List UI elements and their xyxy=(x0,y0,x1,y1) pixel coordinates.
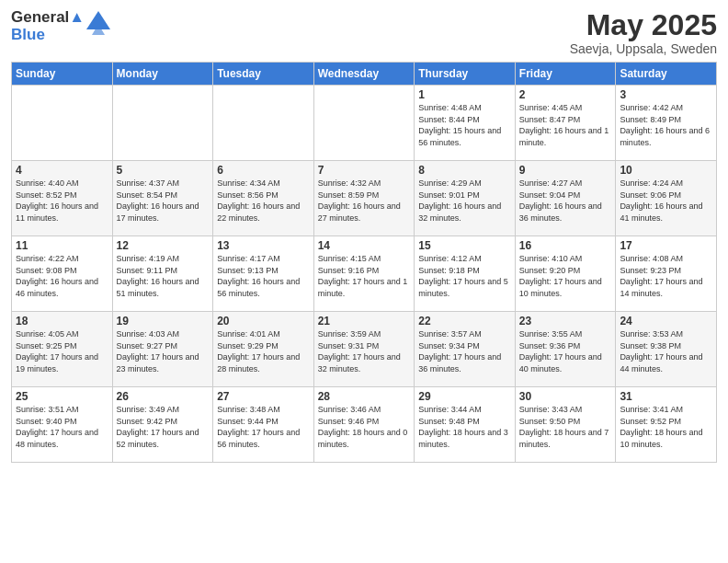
day-number: 21 xyxy=(318,315,411,327)
logo-line1: General▲ xyxy=(11,9,85,27)
calendar-table: Sunday Monday Tuesday Wednesday Thursday… xyxy=(11,62,717,463)
day-info: Sunrise: 4:42 AMSunset: 8:49 PMDaylight:… xyxy=(620,102,712,148)
calendar-cell: 6Sunrise: 4:34 AMSunset: 8:56 PMDaylight… xyxy=(213,161,314,236)
calendar-cell: 1Sunrise: 4:48 AMSunset: 8:44 PMDaylight… xyxy=(415,86,516,161)
calendar-cell: 31Sunrise: 3:41 AMSunset: 9:52 PMDayligh… xyxy=(616,387,717,463)
calendar-cell: 14Sunrise: 4:15 AMSunset: 9:16 PMDayligh… xyxy=(313,236,415,312)
day-info: Sunrise: 4:03 AMSunset: 9:27 PMDaylight:… xyxy=(117,328,210,374)
day-number: 14 xyxy=(318,239,411,252)
day-info: Sunrise: 3:41 AMSunset: 9:52 PMDaylight:… xyxy=(620,404,712,450)
day-info: Sunrise: 4:01 AMSunset: 9:29 PMDaylight:… xyxy=(217,328,310,374)
calendar-cell: 9Sunrise: 4:27 AMSunset: 9:04 PMDaylight… xyxy=(515,161,616,236)
calendar-cell xyxy=(213,86,314,161)
day-number: 24 xyxy=(620,315,712,327)
calendar-cell: 26Sunrise: 3:49 AMSunset: 9:42 PMDayligh… xyxy=(112,387,213,463)
calendar-cell: 5Sunrise: 4:37 AMSunset: 8:54 PMDaylight… xyxy=(112,161,213,236)
calendar-cell: 3Sunrise: 4:42 AMSunset: 8:49 PMDaylight… xyxy=(616,86,717,161)
logo-blue: ▲ xyxy=(69,8,85,26)
day-number: 29 xyxy=(418,390,511,403)
day-info: Sunrise: 4:37 AMSunset: 8:54 PMDaylight:… xyxy=(117,178,210,224)
day-info: Sunrise: 4:24 AMSunset: 9:06 PMDaylight:… xyxy=(620,178,712,224)
day-info: Sunrise: 4:48 AMSunset: 8:44 PMDaylight:… xyxy=(418,102,511,148)
calendar-cell: 10Sunrise: 4:24 AMSunset: 9:06 PMDayligh… xyxy=(616,161,717,236)
day-info: Sunrise: 4:10 AMSunset: 9:20 PMDaylight:… xyxy=(519,253,612,299)
day-number: 25 xyxy=(16,390,108,403)
logo-line2: Blue xyxy=(11,27,85,44)
day-info: Sunrise: 4:32 AMSunset: 8:59 PMDaylight:… xyxy=(318,178,411,224)
calendar-cell: 25Sunrise: 3:51 AMSunset: 9:40 PMDayligh… xyxy=(12,387,113,463)
week-row-4: 18Sunrise: 4:05 AMSunset: 9:25 PMDayligh… xyxy=(12,312,717,387)
calendar-cell: 28Sunrise: 3:46 AMSunset: 9:46 PMDayligh… xyxy=(313,387,415,463)
day-info: Sunrise: 3:51 AMSunset: 9:40 PMDaylight:… xyxy=(16,404,108,450)
calendar-cell xyxy=(313,86,415,161)
day-info: Sunrise: 3:44 AMSunset: 9:48 PMDaylight:… xyxy=(418,404,511,450)
day-info: Sunrise: 3:43 AMSunset: 9:50 PMDaylight:… xyxy=(519,404,612,450)
day-number: 26 xyxy=(117,390,210,403)
calendar-cell: 4Sunrise: 4:40 AMSunset: 8:52 PMDaylight… xyxy=(12,161,113,236)
day-info: Sunrise: 3:48 AMSunset: 9:44 PMDaylight:… xyxy=(217,404,310,450)
calendar-cell: 24Sunrise: 3:53 AMSunset: 9:38 PMDayligh… xyxy=(616,312,717,387)
calendar-cell: 8Sunrise: 4:29 AMSunset: 9:01 PMDaylight… xyxy=(415,161,516,236)
day-number: 28 xyxy=(318,390,411,403)
day-number: 22 xyxy=(418,315,511,327)
day-info: Sunrise: 4:17 AMSunset: 9:13 PMDaylight:… xyxy=(217,253,310,299)
title-block: May 2025 Saevja, Uppsala, Sweden xyxy=(570,9,717,56)
week-row-2: 4Sunrise: 4:40 AMSunset: 8:52 PMDaylight… xyxy=(12,161,717,236)
day-info: Sunrise: 4:34 AMSunset: 8:56 PMDaylight:… xyxy=(217,178,310,224)
day-number: 13 xyxy=(217,239,310,252)
header-row: Sunday Monday Tuesday Wednesday Thursday… xyxy=(12,63,717,86)
day-number: 20 xyxy=(217,315,310,327)
calendar-cell: 7Sunrise: 4:32 AMSunset: 8:59 PMDaylight… xyxy=(313,161,415,236)
day-number: 4 xyxy=(16,164,108,177)
logo: General▲ Blue xyxy=(11,9,110,43)
calendar-cell: 22Sunrise: 3:57 AMSunset: 9:34 PMDayligh… xyxy=(415,312,516,387)
day-number: 19 xyxy=(117,315,210,327)
calendar-cell: 2Sunrise: 4:45 AMSunset: 8:47 PMDaylight… xyxy=(515,86,616,161)
day-number: 8 xyxy=(418,164,511,177)
calendar-cell xyxy=(112,86,213,161)
calendar-cell: 17Sunrise: 4:08 AMSunset: 9:23 PMDayligh… xyxy=(616,236,717,312)
day-number: 9 xyxy=(519,164,612,177)
day-info: Sunrise: 4:15 AMSunset: 9:16 PMDaylight:… xyxy=(318,253,411,299)
day-info: Sunrise: 3:46 AMSunset: 9:46 PMDaylight:… xyxy=(318,404,411,450)
header: General▲ Blue May 2025 Saevja, Uppsala, … xyxy=(11,9,717,56)
calendar-cell: 23Sunrise: 3:55 AMSunset: 9:36 PMDayligh… xyxy=(515,312,616,387)
col-friday: Friday xyxy=(515,63,616,86)
day-info: Sunrise: 4:40 AMSunset: 8:52 PMDaylight:… xyxy=(16,178,108,224)
col-thursday: Thursday xyxy=(415,63,516,86)
day-number: 18 xyxy=(16,315,108,327)
calendar-subtitle: Saevja, Uppsala, Sweden xyxy=(570,41,717,56)
col-saturday: Saturday xyxy=(616,63,717,86)
col-monday: Monday xyxy=(112,63,213,86)
day-info: Sunrise: 4:22 AMSunset: 9:08 PMDaylight:… xyxy=(16,253,108,299)
col-sunday: Sunday xyxy=(12,63,113,86)
day-number: 17 xyxy=(620,239,712,252)
calendar-cell: 21Sunrise: 3:59 AMSunset: 9:31 PMDayligh… xyxy=(313,312,415,387)
day-number: 5 xyxy=(117,164,210,177)
day-number: 11 xyxy=(16,239,108,252)
day-number: 1 xyxy=(418,88,511,101)
day-number: 3 xyxy=(620,88,712,101)
calendar-cell: 27Sunrise: 3:48 AMSunset: 9:44 PMDayligh… xyxy=(213,387,314,463)
day-info: Sunrise: 3:57 AMSunset: 9:34 PMDaylight:… xyxy=(418,328,511,374)
calendar-container: General▲ Blue May 2025 Saevja, Uppsala, … xyxy=(0,0,728,470)
day-info: Sunrise: 3:53 AMSunset: 9:38 PMDaylight:… xyxy=(620,328,712,374)
day-number: 12 xyxy=(117,239,210,252)
day-info: Sunrise: 3:59 AMSunset: 9:31 PMDaylight:… xyxy=(318,328,411,374)
calendar-title: May 2025 xyxy=(570,9,717,41)
day-info: Sunrise: 4:08 AMSunset: 9:23 PMDaylight:… xyxy=(620,253,712,299)
day-number: 2 xyxy=(519,88,612,101)
day-number: 27 xyxy=(217,390,310,403)
day-number: 30 xyxy=(519,390,612,403)
day-number: 16 xyxy=(519,239,612,252)
day-info: Sunrise: 4:29 AMSunset: 9:01 PMDaylight:… xyxy=(418,178,511,224)
day-info: Sunrise: 4:19 AMSunset: 9:11 PMDaylight:… xyxy=(117,253,210,299)
calendar-cell: 11Sunrise: 4:22 AMSunset: 9:08 PMDayligh… xyxy=(12,236,113,312)
day-info: Sunrise: 4:27 AMSunset: 9:04 PMDaylight:… xyxy=(519,178,612,224)
calendar-cell xyxy=(12,86,113,161)
day-info: Sunrise: 4:45 AMSunset: 8:47 PMDaylight:… xyxy=(519,102,612,148)
calendar-header: Sunday Monday Tuesday Wednesday Thursday… xyxy=(12,63,717,86)
week-row-1: 1Sunrise: 4:48 AMSunset: 8:44 PMDaylight… xyxy=(12,86,717,161)
day-number: 10 xyxy=(620,164,712,177)
day-number: 15 xyxy=(418,239,511,252)
